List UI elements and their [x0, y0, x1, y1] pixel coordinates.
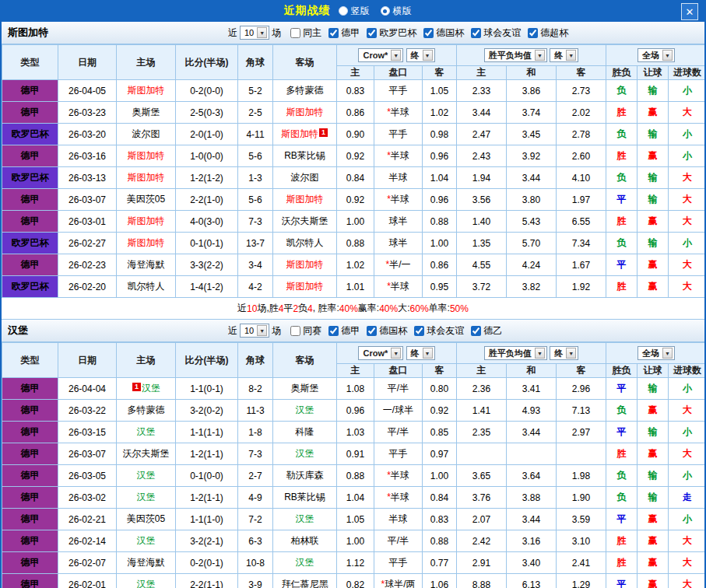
checkbox-input[interactable] [414, 326, 424, 336]
away-team: 汉堡 [273, 552, 337, 574]
bookmaker-final-select[interactable]: 终▼ [406, 346, 435, 360]
bookmaker-select[interactable]: Crow*▼ [358, 346, 403, 360]
checkbox-input[interactable] [290, 28, 300, 38]
bookmaker-select[interactable]: Crow*▼ [358, 48, 403, 62]
match-scope-select[interactable]: 全场▼ [638, 346, 675, 360]
europe-final-select[interactable]: 终▼ [550, 48, 578, 62]
summary-part: 负 [298, 302, 307, 315]
team-name-text: 沃尔夫斯堡 [123, 448, 170, 459]
filter-controls: 近10▼场同赛德甲德国杯球会友谊德乙 [226, 320, 502, 341]
checkbox-input[interactable] [367, 326, 377, 336]
europe-away-odds: 2.02 [557, 102, 606, 124]
bookmaker-final-select[interactable]: 终▼ [406, 48, 435, 62]
match-date: 26-02-20 [58, 276, 117, 298]
match-row: 德甲26-02-21美因茨051-1(1-0)7-2汉堡1.05半球0.832.… [2, 509, 706, 530]
result-outcome: 平 [606, 378, 638, 400]
away-team: 多特蒙德 [273, 80, 337, 102]
checkbox-input[interactable] [471, 326, 481, 336]
column-subheader: 主 [337, 364, 374, 378]
checkbox-label: 同赛 [303, 324, 321, 338]
home-team: 波尔图 [117, 124, 176, 145]
same-venue-checkbox[interactable]: 同赛 [290, 324, 321, 338]
checkbox-input[interactable] [423, 28, 434, 38]
summary-part: 场,胜 [257, 302, 278, 315]
column-subheader: 和 [507, 66, 557, 80]
layout-option-vertical[interactable]: 竖版 [339, 5, 370, 18]
result-handicap: 赢 [638, 552, 669, 574]
result-goals: 走 [669, 487, 706, 509]
summary-part: 赢率: [358, 302, 379, 315]
match-date: 26-02-23 [58, 254, 117, 276]
asia-away-odds: 1.06 [423, 574, 457, 588]
checkbox-input[interactable] [528, 28, 538, 38]
league-filter-checkbox[interactable]: 球会友谊 [471, 26, 521, 40]
europe-draw-odds: 5.43 [507, 211, 557, 233]
europe-draw-odds: 3.64 [507, 465, 557, 487]
team-name-text: 汉堡 [137, 535, 156, 546]
league-badge: 德甲 [2, 552, 58, 574]
home-team: 凯尔特人 [117, 276, 176, 298]
europe-draw-odds: 3.40 [507, 552, 557, 574]
europe-avg-select[interactable]: 胜平负均值▼ [484, 346, 547, 360]
checkbox-input[interactable] [328, 28, 339, 38]
column-subheader: 胜负 [606, 364, 638, 378]
chevron-down-icon: ▼ [662, 348, 673, 359]
corner-score: 3-9 [238, 574, 273, 588]
team-name-text: 斯图加特 [128, 150, 165, 161]
favorite-star: * [387, 492, 391, 502]
league-filter-checkbox[interactable]: 德甲 [328, 26, 360, 40]
result-handicap: 赢 [638, 400, 669, 422]
europe-home-odds: 2.43 [457, 145, 507, 167]
asia-home-odds: 0.84 [337, 167, 374, 189]
league-filter-checkbox[interactable]: 德国杯 [423, 26, 464, 40]
home-team: 汉堡 [117, 465, 176, 487]
match-score: 3-3(2-2) [176, 254, 238, 276]
checkbox-input[interactable] [328, 326, 339, 336]
team-name-text: 斯图加特 [128, 215, 165, 226]
result-goals: 小 [669, 465, 706, 487]
league-filter-checkbox[interactable]: 德国杯 [367, 324, 407, 338]
match-score: 1-0(0-0) [176, 145, 238, 167]
league-filter-checkbox[interactable]: 球会友谊 [414, 324, 464, 338]
column-header: 角球 [238, 343, 273, 378]
checkbox-input[interactable] [471, 28, 481, 38]
result-outcome: 胜 [606, 276, 638, 298]
same-venue-checkbox[interactable]: 同主 [290, 26, 321, 40]
games-count-select[interactable]: 10▼ [240, 26, 269, 40]
europe-avg-select[interactable]: 胜平负均值▼ [484, 48, 547, 62]
match-row: 欧罗巴杯26-02-20凯尔特人1-4(1-2)4-2斯图加特1.01*半球0.… [2, 276, 706, 298]
layout-option-horizontal[interactable]: 横版 [381, 5, 412, 18]
europe-final-select[interactable]: 终▼ [550, 346, 578, 360]
asia-away-odds: 0.88 [423, 530, 457, 552]
europe-home-odds: 1.41 [457, 400, 507, 422]
league-badge: 德甲 [2, 422, 58, 443]
league-filter-checkbox[interactable]: 德乙 [471, 324, 502, 338]
recent-results-panel: 近期战绩 竖版横版 ✕ 斯图加特近10▼场同主德甲欧罗巴杯德国杯球会友谊德超杯类… [0, 0, 706, 588]
match-scope-select[interactable]: 全场▼ [638, 48, 675, 62]
checkbox-label: 欧罗巴杯 [379, 26, 416, 40]
europe-home-odds: 2.47 [457, 124, 507, 145]
result-goals: 大 [669, 552, 706, 574]
match-score: 1-2(1-1) [176, 487, 238, 509]
league-filter-checkbox[interactable]: 德甲 [328, 324, 360, 338]
europe-away-odds [557, 443, 606, 465]
close-button[interactable]: ✕ [681, 3, 698, 20]
games-count-select[interactable]: 10▼ [240, 324, 269, 338]
home-team: 斯图加特 [117, 145, 176, 167]
corner-score: 4-2 [238, 276, 273, 298]
checkbox-input[interactable] [367, 28, 377, 38]
europe-draw-odds: 3.41 [507, 378, 557, 400]
europe-home-odds: 1.40 [457, 211, 507, 233]
league-filter-checkbox[interactable]: 欧罗巴杯 [367, 26, 416, 40]
column-header: 比分(半场) [176, 343, 238, 378]
asia-home-odds: 0.91 [337, 443, 374, 465]
home-team: 1汉堡 [117, 378, 176, 400]
asia-home-odds: 0.96 [337, 400, 374, 422]
league-filter-checkbox[interactable]: 德超杯 [528, 26, 568, 40]
dropdown-value: 终 [411, 49, 420, 61]
checkbox-input[interactable] [290, 326, 300, 336]
result-handicap: 赢 [638, 509, 669, 530]
checkbox-label: 德甲 [341, 324, 360, 338]
result-outcome: 胜 [606, 211, 638, 233]
favorite-star: * [387, 194, 391, 205]
